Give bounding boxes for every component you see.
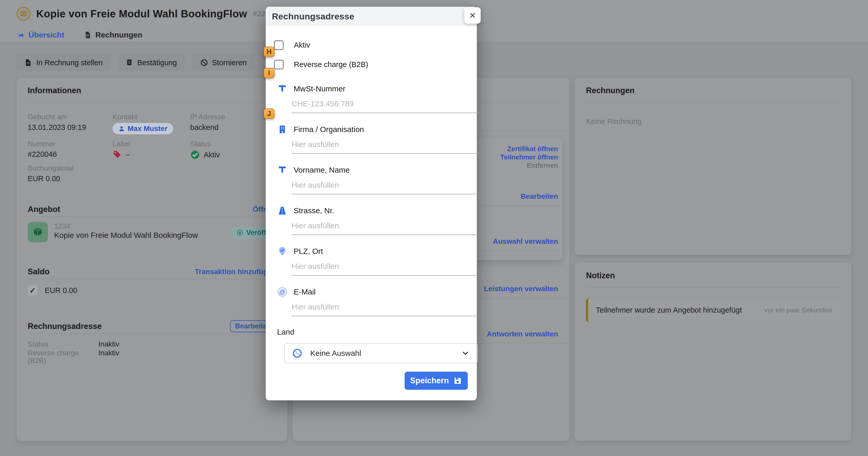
manage-services-link[interactable]: Leistungen verwalten xyxy=(484,285,558,293)
ip-value: backend xyxy=(190,123,276,132)
city-input[interactable] xyxy=(291,262,478,276)
billing-status-value: Inaktiv xyxy=(98,340,119,348)
tag-icon xyxy=(113,150,122,159)
modal-body: Aktiv Reverse charge (B2B) MwSt-Nummer F… xyxy=(266,40,477,390)
person-icon xyxy=(118,125,125,132)
package-icon xyxy=(28,222,48,242)
manage-selection-link[interactable]: Auswahl verwalten xyxy=(493,237,558,246)
status-label: Status xyxy=(190,140,276,148)
invoice-icon xyxy=(84,31,92,39)
saldo-section-title: Saldo xyxy=(28,266,50,277)
tab-rechnungen[interactable]: Rechnungen xyxy=(84,31,142,39)
billing-section-title: Rechnungsadresse xyxy=(28,321,102,332)
angebot-item[interactable]: 1234 Kopie von Freie Modul Wahl BookingF… xyxy=(28,222,276,242)
text-format-icon xyxy=(277,165,287,175)
city-label: PLZ, Ort xyxy=(293,247,323,256)
contact-chip[interactable]: Max Muster xyxy=(113,123,173,134)
angebot-section-title: Angebot xyxy=(28,204,60,215)
number-value: #220046 xyxy=(28,150,113,159)
tab-bar: Übersicht Rechnungen xyxy=(17,31,142,39)
ip-label: IP Adresse xyxy=(190,113,276,121)
note-timestamp: vor ein paar Sekunden xyxy=(764,306,832,314)
saldo-checkbox[interactable]: ✓ xyxy=(28,285,37,295)
eye-icon xyxy=(237,229,243,236)
vat-number-input[interactable] xyxy=(291,99,478,113)
email-input[interactable] xyxy=(291,303,478,316)
save-button[interactable]: Speichern xyxy=(405,372,468,390)
tab-uebersicht[interactable]: Übersicht xyxy=(17,31,64,39)
hint-badge-j[interactable]: J xyxy=(264,109,275,119)
saldo-amount: EUR 0.00 xyxy=(45,286,78,295)
map-pin-check-icon xyxy=(277,246,287,256)
confirmation-button[interactable]: Bestätigung xyxy=(118,54,184,71)
screen: Kopie von Freie Modul Wahl BookingFlow #… xyxy=(0,0,868,456)
open-participant-link[interactable]: Teilnehmer öffnen xyxy=(500,153,558,161)
right-column: Rechnungen Keine Rechnung Notizen Teilne… xyxy=(575,78,851,441)
note-text: Teilnehmer wurde zum Angebot hinzugefügt xyxy=(596,306,742,314)
booking-ticket-icon xyxy=(17,7,31,21)
at-circle-icon: @ xyxy=(277,287,287,297)
chevron-down-icon xyxy=(461,349,470,358)
booking-details-card: Informationen Gebucht am 13.01.2023 09:1… xyxy=(17,78,287,441)
billing-address-modal: Rechnungsadresse ✕ Aktiv Reverse charge … xyxy=(266,7,477,400)
company-label: Firma / Organisation xyxy=(293,125,364,134)
close-icon[interactable]: ✕ xyxy=(464,7,481,24)
billing-reverse-value: Inaktiv xyxy=(98,349,119,365)
active-checkbox[interactable] xyxy=(274,40,284,50)
billing-status-label: Status xyxy=(28,340,98,348)
edit-participant-link[interactable]: Bearbeiten xyxy=(521,192,558,201)
save-icon xyxy=(453,376,462,385)
billing-reverse-label: Reverse charge (B2B) xyxy=(28,349,98,365)
label-value: – xyxy=(125,150,130,159)
vat-number-label: MwSt-Nummer xyxy=(293,84,345,93)
hint-badge-i[interactable]: I xyxy=(264,68,275,78)
company-input[interactable] xyxy=(291,140,478,154)
block-icon xyxy=(200,59,208,66)
add-transaction-link[interactable]: Transaktion hinzufügen xyxy=(195,268,276,276)
country-label: Land xyxy=(277,328,465,336)
country-select[interactable]: Keine Auswahl xyxy=(284,343,477,363)
invoices-empty-text: Keine Rechnung xyxy=(586,117,840,126)
note-item: Teilnehmer wurde zum Angebot hinzugefügt… xyxy=(586,298,840,322)
reverse-charge-label: Reverse charge (B2B) xyxy=(294,60,368,69)
building-icon xyxy=(277,124,287,134)
status-value: Aktiv xyxy=(204,150,220,159)
road-icon xyxy=(277,206,287,216)
open-certificate-link[interactable]: Zertifikat öffnen xyxy=(507,145,558,153)
manage-answers-link[interactable]: Antworten verwalten xyxy=(487,330,558,338)
notes-card: Notizen Teilnehmer wurde zum Angebot hin… xyxy=(575,263,851,441)
street-label: Strasse, Nr. xyxy=(293,206,334,215)
notes-title: Notizen xyxy=(586,263,840,281)
name-input[interactable] xyxy=(291,181,478,194)
number-label: Nummer xyxy=(28,140,113,148)
info-section-title: Informationen xyxy=(28,78,276,96)
cancel-booking-button[interactable]: Stornieren xyxy=(192,54,255,71)
hint-badge-h[interactable]: H xyxy=(264,47,275,57)
svg-text:@: @ xyxy=(279,288,285,295)
total-label: Buchungstotal xyxy=(28,164,276,172)
page-title: Kopie von Freie Modul Wahl BookingFlow xyxy=(36,8,247,20)
email-label: E-Mail xyxy=(293,287,316,296)
country-value: Keine Auswahl xyxy=(310,349,453,358)
total-value: EUR 0.00 xyxy=(28,174,276,183)
divider xyxy=(586,102,840,103)
invoice-button[interactable]: In Rechnung stellen xyxy=(17,54,110,71)
remove-participant-link[interactable]: Entfernen xyxy=(527,161,558,170)
no-selection-icon xyxy=(292,348,303,359)
divider xyxy=(28,102,276,103)
document-icon xyxy=(24,59,32,66)
check-circle-icon xyxy=(190,150,200,160)
booked-at-label: Gebucht am xyxy=(28,113,113,121)
booked-at-value: 13.01.2023 09:19 xyxy=(28,123,113,132)
reverse-charge-checkbox[interactable] xyxy=(274,60,284,69)
modal-title: Rechnungsadresse xyxy=(272,11,354,22)
divider xyxy=(586,287,840,288)
street-input[interactable] xyxy=(291,221,478,235)
invoices-card: Rechnungen Keine Rechnung xyxy=(575,78,851,255)
active-checkbox-label: Aktiv xyxy=(294,41,310,50)
angebot-number: 1234 xyxy=(54,222,198,230)
invoices-title: Rechnungen xyxy=(586,78,840,96)
angebot-name: Kopie von Freie Modul Wahl BookingFlow xyxy=(54,230,198,240)
label-label: Label xyxy=(113,140,190,148)
area-chart-icon xyxy=(17,31,25,39)
